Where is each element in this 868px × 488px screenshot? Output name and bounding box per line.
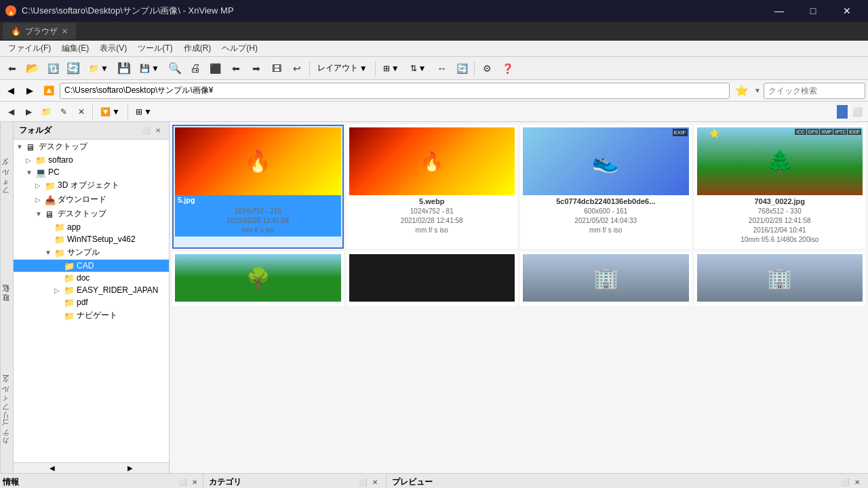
refresh-button[interactable]: 🔃	[43, 59, 62, 78]
layout-dropdown[interactable]: レイアウト▼	[313, 60, 372, 76]
thumb-image-6	[349, 254, 515, 302]
address-input[interactable]	[60, 83, 730, 99]
filter-dropdown[interactable]: 🔽▼	[96, 105, 125, 119]
preview-panel-header: プレビュー ⬜ ✕	[387, 474, 868, 488]
tree-item-desktop[interactable]: ▼ 🖥 デスクトップ	[14, 140, 169, 154]
sort-dropdown[interactable]: ⇅▼	[406, 62, 431, 75]
prev-button[interactable]: ⬅	[226, 59, 245, 78]
close-button[interactable]: ✕	[831, 0, 863, 22]
search-input[interactable]	[764, 83, 865, 99]
thumb-meta-2: mm f/ s iso	[352, 226, 513, 235]
category-filter-label[interactable]: カテゴリフィルター	[0, 356, 11, 473]
thumb-filename-1: 5.jpg	[178, 195, 195, 205]
settings-button[interactable]: ⚙	[477, 59, 496, 78]
info-panel-restore[interactable]: ⬜	[177, 477, 188, 488]
browser-tab[interactable]: 🔥 ブラウザ ✕	[3, 23, 76, 39]
tab-close-button[interactable]: ✕	[62, 27, 68, 36]
tree-item-cad[interactable]: 📁 CAD	[14, 260, 169, 272]
save-dropdown[interactable]: 💾▼	[135, 62, 164, 75]
maximize-button[interactable]: □	[797, 0, 829, 22]
open-button[interactable]: 📂	[23, 59, 42, 78]
preview-panel-close[interactable]: ✕	[852, 477, 863, 488]
tree-item-winntsetup[interactable]: 📁 WinNTSetup_v462	[14, 233, 169, 245]
folder-panel-label[interactable]: フォルダ	[0, 122, 11, 239]
thumb-item-6[interactable]	[347, 251, 518, 306]
thumb-item-7[interactable]	[520, 251, 692, 306]
tree-item-pc[interactable]: ▼ 💻 PC	[14, 166, 169, 178]
scroll-right-button[interactable]: ▶	[92, 463, 170, 473]
tree-item-pdf[interactable]: 📁 pdf	[14, 296, 169, 308]
cat-panel-restore[interactable]: ⬜	[357, 477, 368, 488]
tree-item-desktop2[interactable]: ▼ 🖥 デスクトップ	[14, 207, 169, 221]
scroll-left-button[interactable]: ◀	[14, 463, 92, 473]
thumb-item-4[interactable]: ⭐ ICC GPS XMP IPTC EXIF 7043_0022.jpg 76…	[694, 125, 866, 249]
app-icon: 🔥	[5, 5, 16, 16]
back-history-button[interactable]: ⬅	[3, 59, 22, 78]
addr-up-button[interactable]: 🔼	[41, 83, 57, 99]
window-title: C:\Users\softaro\Desktop\サンプル\画像\ - XnVi…	[22, 5, 234, 17]
search-button[interactable]: 🔍	[165, 59, 184, 78]
thumb-item-1[interactable]: 📌 5.jpg 1024x752 - 215 2021/02/28 12:41:…	[172, 125, 344, 249]
nav-home-button[interactable]: 📁	[38, 104, 54, 120]
folder-panel-restore-button[interactable]: ⬜	[140, 125, 151, 136]
info-panel: 情報 ⬜ ✕ プロパティ ヒストグラム ExifTool ▼ ファイル ファイル…	[0, 474, 203, 488]
import-label[interactable]: 取り込む	[0, 239, 11, 357]
addr-back-button[interactable]: ◀	[3, 83, 19, 99]
thumb-item-8[interactable]	[694, 251, 866, 306]
thumbnail-grid: 📌 5.jpg 1024x752 - 215 2021/02/28 12:41:…	[172, 125, 865, 306]
folder-panel: フォルダ ⬜ ✕ ▼ 🖥 デスクトップ ▷ 📁 softaro ▼ 💻	[14, 122, 170, 473]
tree-item-download[interactable]: ▷ 📥 ダウンロード	[14, 192, 169, 207]
menu-file[interactable]: ファイル(F)	[3, 41, 56, 56]
folder-panel-close-button[interactable]: ✕	[153, 125, 163, 136]
tree-item-3d[interactable]: ▷ 📁 3D オブジェクト	[14, 178, 169, 192]
tree-item-app[interactable]: 📁 app	[14, 221, 169, 233]
mirror-button[interactable]: ↔	[432, 59, 451, 78]
category-panel-header: カテゴリ ⬜ ✕	[203, 474, 386, 488]
dropdown-arrow[interactable]: ▼	[754, 87, 761, 94]
nav-back-button[interactable]: ◀	[3, 104, 19, 120]
nav-edit-button[interactable]: ✎	[56, 104, 72, 120]
thumb-item-3[interactable]: EXIF 5c0774dcb2240136eb0de6... 600x600 -…	[520, 125, 692, 249]
preview-panel: プレビュー ⬜ ✕ 🔥 🧑‍🎤	[387, 474, 868, 488]
rotate-button[interactable]: 🔄	[452, 59, 471, 78]
menu-create[interactable]: 作成(R)	[178, 41, 217, 56]
favorites-button[interactable]: ⭐	[732, 84, 751, 97]
help-button[interactable]: ❓	[498, 59, 517, 78]
menu-edit[interactable]: 編集(E)	[56, 41, 94, 56]
tree-item-navigate[interactable]: 📁 ナビゲート	[14, 308, 169, 323]
folder-tree: ▼ 🖥 デスクトップ ▷ 📁 softaro ▼ 💻 PC ▷ 📁 3D オブジ…	[14, 140, 169, 462]
tree-item-softaro[interactable]: ▷ 📁 softaro	[14, 154, 169, 166]
rotate-cw-button[interactable]: ↩	[288, 59, 307, 78]
nav-forward-button[interactable]: ▶	[20, 104, 37, 120]
menu-view[interactable]: 表示(V)	[94, 41, 132, 56]
bottom-area: 情報 ⬜ ✕ プロパティ ヒストグラム ExifTool ▼ ファイル ファイル…	[0, 473, 868, 488]
next-button[interactable]: ➡	[247, 59, 266, 78]
tree-item-doc[interactable]: 📁 doc	[14, 272, 169, 284]
fullscreen-button[interactable]: ⬛	[206, 59, 225, 78]
thumb-item-5[interactable]: ⭐	[172, 251, 344, 306]
print-button[interactable]: 🖨	[186, 59, 205, 78]
expand-button[interactable]: ⬜	[849, 104, 865, 120]
addr-forward-button[interactable]: ▶	[22, 83, 38, 99]
preview-panel-restore[interactable]: ⬜	[840, 477, 850, 488]
filmstrip-button[interactable]: 🎞	[267, 59, 286, 78]
folder-panel-header: フォルダ ⬜ ✕	[14, 122, 169, 140]
minimize-button[interactable]: —	[764, 0, 795, 22]
thumb-item-2[interactable]: 5.webp 1024x752 - 81 2021/02/28 12:41:58…	[347, 125, 518, 249]
folder-dropdown[interactable]: 📁▼	[84, 62, 113, 75]
tree-item-sample[interactable]: ▼ 📁 サンプル	[14, 245, 169, 260]
nav-delete-button[interactable]: ✕	[73, 104, 90, 120]
thumb-image-1	[175, 127, 341, 195]
browse-button[interactable]: 🔄	[64, 59, 83, 78]
save-button[interactable]: 💾	[115, 59, 134, 78]
cat-panel-close[interactable]: ✕	[370, 477, 380, 488]
thumb-image-2	[349, 127, 515, 195]
tree-item-easy-rider[interactable]: ▷ 📁 EASY_RIDER_JAPAN	[14, 284, 169, 296]
thumb-date-3: 2021/05/02 14:04:33	[526, 216, 686, 226]
menu-help[interactable]: ヘルプ(H)	[216, 41, 263, 56]
thumb-image-7	[523, 254, 689, 302]
view-dropdown[interactable]: ⊞▼	[378, 62, 404, 75]
menu-tools[interactable]: ツール(T)	[132, 41, 178, 56]
grid-dropdown[interactable]: ⊞▼	[131, 105, 157, 119]
info-panel-close[interactable]: ✕	[189, 477, 200, 488]
